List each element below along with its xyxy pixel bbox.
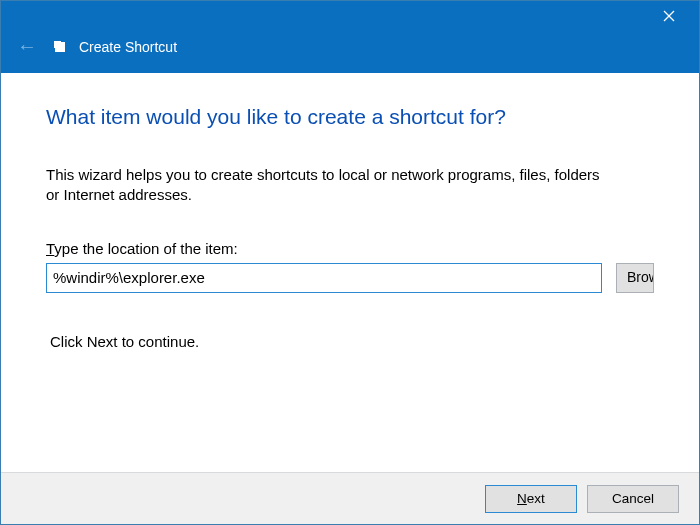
window-title: Create Shortcut [79,39,177,55]
close-icon [663,10,675,22]
browse-button[interactable]: Browse… [616,263,654,293]
continue-hint: Click Next to continue. [50,333,654,350]
back-arrow-icon: ← [17,35,37,58]
wizard-description-line1: This wizard helps you to create shortcut… [46,165,654,185]
location-input[interactable] [46,263,602,293]
location-label: Type the location of the item: [46,240,654,257]
location-row: Browse… [46,263,654,293]
wizard-description: This wizard helps you to create shortcut… [46,165,654,206]
wizard-heading: What item would you like to create a sho… [46,105,654,129]
wizard-content: What item would you like to create a sho… [1,73,699,472]
create-shortcut-window: ← Create Shortcut What item would you li… [0,0,700,525]
shortcut-icon [55,42,65,52]
cancel-button[interactable]: Cancel [587,485,679,513]
titlebar: ← Create Shortcut [1,1,699,73]
close-button[interactable] [649,3,689,29]
next-button[interactable]: Next [485,485,577,513]
wizard-footer: Next Cancel [1,472,699,524]
wizard-description-line2: or Internet addresses. [46,185,654,205]
